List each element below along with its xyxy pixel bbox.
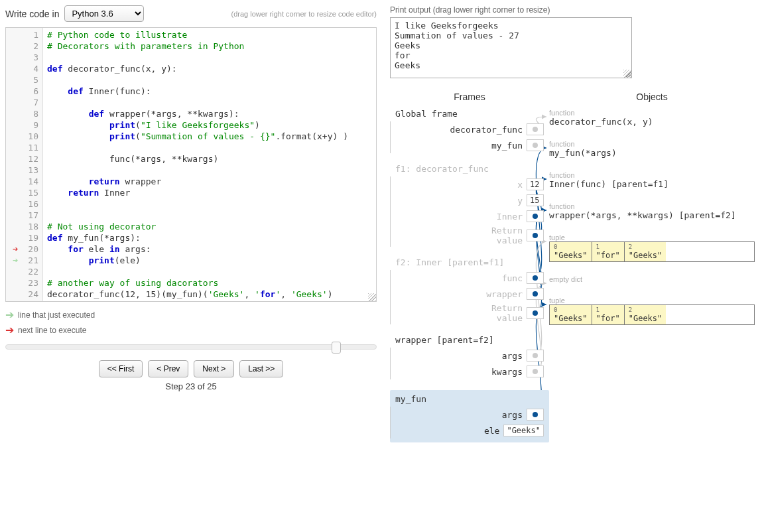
legend-green-text: line that just executed — [18, 310, 95, 320]
pointer-dot-icon — [533, 369, 538, 374]
object-item: functiondecorator_func(x, y) — [549, 109, 755, 127]
language-select[interactable]: Python 3.6 — [64, 5, 144, 22]
output-label: Print output (drag lower right corner to… — [390, 5, 755, 15]
pointer-dot-icon — [533, 291, 538, 297]
step-slider[interactable] — [5, 344, 377, 350]
frame-var-row: kwargs — [391, 364, 549, 379]
frame-var-row: x12 — [391, 176, 549, 192]
frame-var-row: y15 — [391, 192, 549, 208]
pointer-dot-icon — [533, 233, 538, 238]
code-body[interactable]: # Python code to illustrate# Decorators … — [43, 28, 376, 301]
frame-box: Global framedecorator_funcmy_fun — [390, 109, 549, 153]
pointer-dot-icon — [533, 353, 538, 358]
frame-box: my_funargsele"Geeks" — [390, 390, 549, 442]
line-gutter: 123456789101112131415161718192021222324 — [6, 28, 43, 301]
resize-handle-icon[interactable] — [368, 293, 376, 301]
frame-title: my_fun — [390, 394, 549, 404]
frame-var-row: Returnvalue — [391, 224, 549, 247]
frame-title: wrapper [parent=f2] — [390, 335, 549, 345]
arrow-green-icon: ➔ — [5, 308, 14, 321]
object-item: functionmy_fun(*args) — [549, 140, 755, 158]
viz-header: Frames Objects — [390, 92, 755, 102]
first-button[interactable]: << First — [99, 360, 143, 377]
editor-header: Write code in Python 3.6 (drag lower rig… — [5, 5, 377, 22]
object-item: tuple0"Geeks"1"for"2"Geeks" — [549, 233, 755, 262]
objects-header: Objects — [549, 92, 755, 102]
pointer-dot-icon — [533, 310, 538, 316]
resize-handle-icon[interactable] — [623, 70, 631, 78]
frame-box: wrapper [parent=f2]argskwargs — [390, 335, 549, 379]
frame-title: f1: decorator_func — [390, 164, 549, 174]
frame-var-row: Returnvalue — [391, 302, 549, 324]
objects-column: functiondecorator_func(x, y)functionmy_f… — [549, 109, 755, 453]
frame-var-row: my_fun — [391, 137, 549, 153]
slider-thumb[interactable] — [332, 342, 341, 354]
object-item: empty dict — [549, 275, 755, 283]
object-item: functionInner(func) [parent=f1] — [549, 171, 755, 189]
arrow-red-icon: ➔ — [5, 324, 14, 336]
pointer-dot-icon — [533, 214, 538, 219]
resize-hint: (drag lower right corner to resize code … — [231, 10, 377, 18]
step-label: Step 23 of 25 — [5, 381, 377, 391]
output-box[interactable]: I like Geeksforgeeks Summation of values… — [390, 17, 632, 78]
object-item: functionwrapper(*args, **kwargs) [parent… — [549, 202, 755, 220]
frame-var-row: args — [391, 407, 549, 423]
frame-var-row: ele"Geeks" — [391, 423, 549, 438]
write-code-label: Write code in — [5, 9, 59, 19]
pointer-dot-icon — [533, 275, 538, 281]
last-button[interactable]: Last >> — [239, 360, 283, 377]
pointer-dot-icon — [533, 412, 538, 417]
next-button[interactable]: Next > — [194, 360, 234, 377]
code-editor[interactable]: 123456789101112131415161718192021222324 … — [5, 27, 377, 302]
frame-var-row: func — [391, 270, 549, 286]
frame-var-row: args — [391, 348, 549, 364]
pointer-dot-icon — [533, 127, 538, 132]
frame-var-row: Inner — [391, 208, 549, 224]
frame-title: Global frame — [390, 109, 549, 119]
frames-header: Frames — [390, 92, 549, 102]
viz-area: Global framedecorator_funcmy_funf1: deco… — [390, 109, 755, 453]
arrow-legend: ➔ line that just executed ➔ next line to… — [5, 308, 377, 336]
pointer-dot-icon — [533, 143, 538, 148]
frame-box: f2: Inner [parent=f1]funcwrapperReturnva… — [390, 257, 549, 324]
frame-var-row: wrapper — [391, 286, 549, 302]
object-item: tuple0"Geeks"1"for"2"Geeks" — [549, 297, 755, 325]
frame-title: f2: Inner [parent=f1] — [390, 257, 549, 267]
legend-red-text: next line to execute — [18, 326, 86, 335]
prev-button[interactable]: < Prev — [148, 360, 188, 377]
frame-var-row: decorator_func — [391, 121, 549, 137]
frame-box: f1: decorator_funcx12y15InnerReturnvalue — [390, 164, 549, 247]
frames-column: Global framedecorator_funcmy_funf1: deco… — [390, 109, 549, 453]
